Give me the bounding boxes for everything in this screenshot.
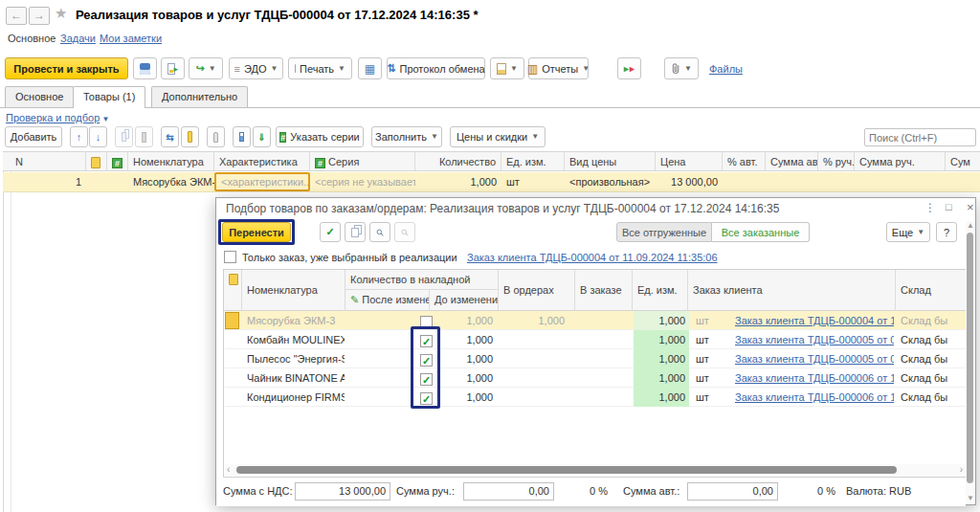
search-input[interactable] [864, 128, 976, 146]
col-header-pct-auto[interactable]: % авт. [723, 152, 766, 170]
toggle-all-shipped[interactable]: Все отгруженные [616, 222, 712, 242]
cell-series[interactable]: <серия не указывает... [310, 172, 415, 191]
customer-order-link[interactable]: Заказ клиента ТДЦБ-000006 от 17.12.2024 … [735, 391, 894, 403]
sum-manual-field[interactable]: 0,00 [463, 482, 554, 501]
col-header-sum[interactable]: Сум [946, 152, 980, 170]
col-header-pct-manual[interactable]: % руч. [818, 152, 855, 170]
scroll-left-icon[interactable]: ‹ [227, 464, 230, 475]
stamp-button[interactable] [207, 126, 225, 147]
favorite-star-icon[interactable]: ★ [55, 5, 67, 22]
scroll-up-icon[interactable]: ▲ [967, 221, 974, 230]
business-process-button[interactable]: ►► [617, 57, 641, 79]
customer-order-link[interactable]: Заказ клиента ТДЦБ-000005 от 07.10.2024 … [735, 353, 894, 365]
check-and-select-menu[interactable]: Проверка и подбор ▼ [6, 112, 109, 123]
exchange-protocol-button[interactable]: ⇅Протокол обмена [387, 57, 485, 79]
copy-row-button[interactable] [115, 126, 133, 147]
sum-auto-field[interactable]: 0,00 [687, 482, 778, 501]
filter-only-order-checkbox[interactable] [224, 250, 236, 263]
move-down-button[interactable]: ↓ [89, 126, 107, 147]
col-header-sum-auto[interactable]: Сумма авт. [766, 152, 818, 170]
files-link[interactable]: Файлы [709, 63, 743, 75]
cell-quantity[interactable]: 1,000 [415, 172, 501, 191]
col-header-qty-group[interactable]: Количество в накладной [345, 270, 499, 290]
selection-row-2[interactable]: Комбайн MOULINEX ... ✓ 1,000 1,000 шт За… [225, 330, 966, 349]
selection-row-3[interactable]: Пылесос "Энергия-S... ✓ 1,000 1,000 шт З… [225, 349, 966, 368]
customer-order-link[interactable]: Заказ клиента ТДЦБ-000005 от 07.10.2024 … [735, 334, 894, 345]
cell-transfer-checkbox[interactable]: ✓ [416, 368, 437, 388]
col-header-after-change[interactable]: ✎ После изменения [345, 290, 430, 311]
tab-main[interactable]: Основное [5, 86, 74, 107]
characteristics-button[interactable] [181, 126, 199, 147]
move-up-button[interactable]: ↑ [70, 126, 88, 147]
delete-row-button[interactable] [135, 126, 153, 147]
fill-button[interactable]: Заполнить▼ [371, 126, 442, 147]
selection-row-5[interactable]: Кондиционер FIRMS... ✓ 1,000 1,000 шт За… [225, 388, 966, 407]
col-header-nomenclature[interactable]: Номенклатура [242, 270, 345, 311]
copy-selection-button[interactable] [345, 222, 366, 242]
filter-order-link[interactable]: Заказ клиента ТДЦБ-000004 от 11.09.2024 … [467, 252, 718, 263]
dialog-maximize-icon[interactable]: □ [946, 201, 952, 212]
print-button[interactable]: Печать▼ [288, 57, 352, 79]
prices-discounts-button[interactable]: Цены и скидки▼ [450, 126, 546, 147]
col-header-unit[interactable]: Ед. изм. [633, 270, 688, 311]
create-based-on-button[interactable]: ↪▼ [189, 57, 223, 79]
set-series-button[interactable]: #Указать серии [276, 126, 364, 147]
scroll-right-icon[interactable]: › [960, 464, 963, 475]
cancel-search-button[interactable] [394, 222, 415, 242]
col-header-unit[interactable]: Ед. изм. [501, 152, 565, 170]
search-in-list-button[interactable] [369, 222, 390, 242]
check-all-button[interactable]: ✓ [320, 222, 341, 242]
document-journal-button[interactable]: ▼ [490, 57, 524, 79]
add-row-button[interactable]: Добавить [5, 126, 62, 147]
scroll-down-icon[interactable]: ▼ [967, 494, 974, 502]
cell-price-type[interactable]: <произвольная> [565, 172, 656, 191]
table-check-button[interactable] [233, 126, 251, 147]
reports-button[interactable]: ▥Отчеты▼ [528, 57, 589, 79]
sum-vat-field[interactable]: 13 000,00 [295, 482, 390, 501]
forward-button[interactable]: → [29, 7, 50, 25]
selection-row-4[interactable]: Чайник BINATONE A... ✓ 1,000 1,000 шт За… [225, 368, 966, 388]
col-header-before-change[interactable]: До изменения [430, 290, 499, 311]
vertical-scroll-thumb[interactable] [967, 233, 973, 483]
toggle-all-ordered[interactable]: Все заказанные [712, 222, 810, 242]
col-header-warehouse[interactable]: Склад [896, 270, 966, 311]
col-header-in-order[interactable]: В заказе [575, 270, 633, 311]
col-header-price[interactable]: Цена [656, 152, 723, 170]
cell-unit[interactable]: шт [501, 172, 565, 191]
post-and-close-button[interactable]: Провести и закрыть [5, 57, 128, 79]
customer-order-link[interactable]: Заказ клиента ТДЦБ-000004 от 11.09.2024 … [735, 315, 894, 326]
more-button[interactable]: Еще▼ [886, 222, 930, 242]
dialog-menu-icon[interactable]: ⋮ [924, 201, 936, 214]
cell-nomenclature[interactable]: Мясорубка ЭКМ-3 [128, 172, 214, 191]
back-button[interactable]: ← [6, 7, 27, 25]
tab-extra[interactable]: Дополнительно [151, 86, 248, 107]
post-document-button[interactable]: ▸ [161, 57, 185, 79]
import-row-button[interactable]: ⇓ [253, 126, 271, 147]
edo-button[interactable]: ≡ЭДО▼ [229, 57, 283, 79]
cell-price[interactable]: 13 000,00 [656, 172, 723, 191]
col-header-series-flag[interactable]: # [107, 152, 128, 170]
col-header-quantity[interactable]: Количество [415, 152, 501, 170]
col-header-characteristic-flag[interactable] [86, 152, 107, 170]
cell-transfer-checkbox[interactable]: ✓ [416, 388, 437, 407]
register-records-button[interactable]: ▦ [358, 57, 382, 79]
cell-transfer-checkbox[interactable]: ✓ [416, 330, 437, 349]
cell-transfer-checkbox[interactable] [416, 311, 437, 330]
split-row-button[interactable]: ⇆ [161, 126, 179, 147]
nav-link-main[interactable]: Основное [8, 33, 56, 44]
horizontal-scroll-thumb[interactable] [236, 466, 897, 474]
save-button[interactable] [133, 57, 157, 79]
nav-link-notes[interactable]: Мои заметки [100, 33, 162, 44]
dialog-close-icon[interactable]: × [967, 200, 974, 214]
help-button[interactable]: ? [936, 222, 957, 242]
tab-goods[interactable]: Товары (1) [73, 86, 145, 108]
cell-characteristic-current[interactable]: <характеристики... [214, 172, 310, 191]
horizontal-scrollbar[interactable]: ‹ › [225, 464, 965, 476]
col-header-series[interactable]: # Серия [310, 152, 415, 170]
nav-link-tasks[interactable]: Задачи [60, 33, 96, 44]
vertical-scrollbar[interactable]: ▲ ▼ [966, 221, 975, 502]
cell-transfer-checkbox[interactable]: ✓ [416, 349, 437, 368]
col-header-price-type[interactable]: Вид цены [565, 152, 656, 170]
col-header-n[interactable]: N [11, 152, 86, 170]
main-table-row[interactable]: 1 Мясорубка ЭКМ-3 <характеристики... <се… [3, 172, 980, 192]
